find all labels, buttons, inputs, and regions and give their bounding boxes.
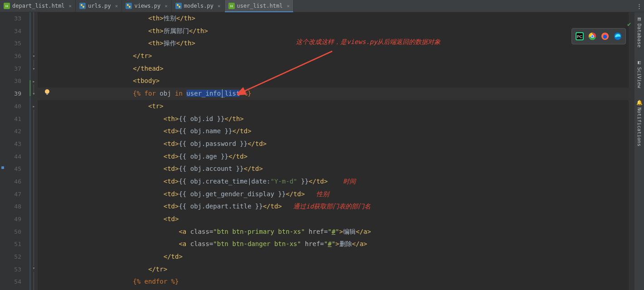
firefox-icon[interactable] — [599, 30, 611, 42]
line-number-gutter[interactable]: 33 34 35 36 37 38 39 40 41 42 43 44 45 4… — [6, 12, 29, 290]
close-icon[interactable]: × — [287, 3, 290, 9]
svg-point-7 — [129, 6, 131, 8]
python-file-icon — [79, 3, 86, 9]
line-number: 50 — [6, 226, 29, 238]
svg-point-10 — [179, 6, 180, 8]
svg-rect-8 — [175, 3, 182, 9]
tab-label: user_list.html — [237, 3, 283, 9]
line-number: 52 — [6, 251, 29, 263]
close-icon[interactable]: × — [69, 3, 72, 9]
close-icon[interactable]: × — [165, 3, 168, 9]
error-stripe[interactable]: ✔ — [629, 12, 634, 290]
python-file-icon — [175, 3, 182, 9]
line-number: 40 — [6, 100, 29, 113]
pycharm-preview-icon[interactable]: PC — [574, 30, 586, 42]
editor-tabs: H depart_list.html × urls.py × views.py … — [0, 0, 644, 12]
notifications-tool-button[interactable]: 🔔 Notifications — [636, 98, 643, 148]
tab-label: views.py — [134, 3, 160, 9]
svg-point-6 — [127, 4, 129, 6]
svg-text:H: H — [230, 4, 233, 8]
line-number: 49 — [6, 213, 29, 226]
database-icon: ▤ — [638, 16, 641, 22]
svg-point-3 — [81, 4, 82, 6]
fold-expand-icon[interactable]: ▸ — [32, 79, 36, 83]
html-file-icon: H — [228, 3, 235, 9]
line-number: 33 — [6, 12, 29, 25]
line-number: 51 — [6, 238, 29, 251]
line-number: 39 — [6, 87, 29, 100]
tab-label: depart_list.html — [12, 3, 65, 9]
analysis-ok-icon: ✔ — [627, 20, 631, 28]
line-number: 48 — [6, 200, 29, 213]
svg-point-4 — [82, 6, 84, 8]
tabs-menu-icon[interactable]: ⋮ — [634, 0, 644, 12]
line-number: 43 — [6, 138, 29, 150]
close-icon[interactable]: × — [218, 3, 221, 9]
code-editor[interactable]: <th>性别</th> <th>所属部门</th> <th>操作</th> </… — [38, 12, 629, 290]
line-number: 54 — [6, 276, 29, 288]
svg-point-13 — [45, 89, 49, 94]
fold-expand-icon[interactable]: ▸ — [32, 104, 36, 108]
line-number: 41 — [6, 113, 29, 126]
sciview-tool-button[interactable]: ◧ SciView — [636, 58, 642, 90]
svg-rect-2 — [79, 3, 86, 9]
line-number: 53 — [6, 263, 29, 276]
sciview-icon: ◧ — [638, 59, 641, 65]
html-file-icon: H — [4, 3, 10, 9]
bell-icon: 🔔 — [636, 100, 643, 106]
fold-gutter[interactable]: ▾ ▾ ▸ ▾ ▸ ▾ — [31, 12, 38, 290]
fold-collapse-icon[interactable]: ▾ — [32, 92, 36, 96]
line-number: 46 — [6, 175, 29, 188]
fold-collapse-icon[interactable]: ▾ — [32, 266, 36, 270]
close-icon[interactable]: × — [115, 3, 118, 9]
tab-urls[interactable]: urls.py × — [76, 0, 122, 12]
line-number: 36 — [6, 50, 29, 63]
chrome-icon[interactable] — [586, 30, 598, 42]
svg-point-23 — [591, 35, 594, 38]
line-number: 38 — [6, 75, 29, 87]
edge-icon[interactable] — [612, 30, 624, 42]
text-caret — [222, 89, 223, 98]
line-number: 34 — [6, 25, 29, 38]
line-number: 47 — [6, 188, 29, 201]
svg-point-9 — [177, 4, 179, 6]
svg-point-25 — [603, 35, 607, 39]
browser-preview-toolbar: PC — [571, 28, 626, 44]
line-number: 37 — [6, 63, 29, 75]
svg-rect-14 — [46, 93, 48, 95]
python-file-icon — [126, 3, 132, 9]
tab-label: urls.py — [88, 3, 111, 9]
line-number: 45 — [6, 163, 29, 175]
intention-bulb-icon[interactable] — [44, 88, 51, 96]
left-indicator-strip — [0, 12, 6, 290]
fold-collapse-icon[interactable]: ▾ — [32, 67, 36, 71]
tab-user-list[interactable]: H user_list.html × — [225, 0, 294, 12]
line-number: 35 — [6, 37, 29, 50]
fold-collapse-icon[interactable]: ▾ — [32, 54, 36, 58]
line-number: 42 — [6, 125, 29, 138]
line-number: 44 — [6, 150, 29, 163]
tab-label: models.py — [184, 3, 213, 9]
tab-depart-list[interactable]: H depart_list.html × — [0, 0, 76, 12]
svg-text:PC: PC — [577, 34, 583, 39]
tab-models[interactable]: models.py × — [172, 0, 225, 12]
right-tool-bar: ▤ Database ◧ SciView 🔔 Notifications — [634, 12, 644, 290]
annotation-text: 这个改成这样，是views.py从后端返回的数据对象 — [296, 38, 441, 46]
database-tool-button[interactable]: ▤ Database — [636, 14, 642, 49]
svg-text:H: H — [5, 4, 8, 8]
tab-views[interactable]: views.py × — [122, 0, 171, 12]
svg-rect-5 — [126, 3, 132, 9]
